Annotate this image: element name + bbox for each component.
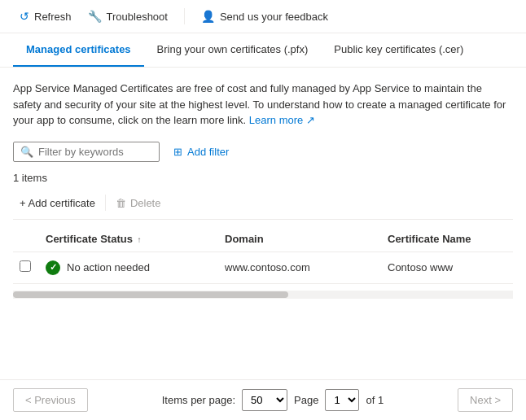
action-bar: + Add certificate 🗑 Delete [13,194,513,220]
row-checkbox[interactable] [20,260,31,272]
delete-icon: 🗑 [116,197,126,209]
filter-input[interactable] [38,146,152,158]
add-filter-button[interactable]: ⊞ Add filter [166,142,236,162]
previous-button[interactable]: < Previous [13,388,88,412]
refresh-label: Refresh [34,11,72,23]
row-certname-cell: Contoso www [381,252,513,283]
row-status-cell: No action needed [39,252,218,283]
troubleshoot-button[interactable]: 🔧 Troubleshoot [81,7,174,26]
status-text: No action needed [67,261,150,273]
refresh-button[interactable]: ↺ Refresh [13,7,78,26]
pagination-center: Items per page: 50 10 20 100 Page 1 of 1 [162,389,384,411]
table-row: No action needed www.contoso.com Contoso… [13,252,513,283]
tab-pfx-certificates[interactable]: Bring your own certificates (.pfx) [144,33,322,67]
add-certificate-button[interactable]: + Add certificate [13,194,102,212]
pagination-bar: < Previous Items per page: 50 10 20 100 … [0,379,526,420]
items-count: 1 items [13,172,513,184]
learn-more-link[interactable]: Learn more ↗ [249,114,315,126]
tab-managed-certificates[interactable]: Managed certificates [13,33,144,67]
refresh-icon: ↺ [20,10,29,23]
row-checkbox-cell [13,252,39,283]
tabs-container: Managed certificates Bring your own cert… [0,33,526,68]
feedback-icon: 👤 [201,10,215,23]
tab-cer-certificates[interactable]: Public key certificates (.cer) [321,33,476,67]
scrollbar-thumb[interactable] [13,291,288,298]
horizontal-scrollbar[interactable] [13,291,513,299]
page-label: Page [294,394,318,406]
toolbar-divider [184,8,185,24]
filter-input-wrap: 🔍 [13,142,160,162]
col-header-domain: Domain [218,226,381,252]
page-select[interactable]: 1 [325,389,359,411]
filter-icon: ⊞ [173,146,182,158]
col-header-checkbox [13,226,39,252]
feedback-button[interactable]: 👤 Send us your feedback [195,7,335,26]
items-per-page-select[interactable]: 50 10 20 100 [242,389,287,411]
main-content: App Service Managed Certificates are fre… [0,68,526,312]
sort-icon: ↑ [138,235,142,244]
feedback-label: Send us your feedback [220,11,328,23]
col-header-status: Certificate Status ↑ [39,226,218,252]
col-header-certname: Certificate Name [381,226,513,252]
filter-row: 🔍 ⊞ Add filter [13,142,513,162]
status-success-icon [46,260,60,275]
search-icon: 🔍 [20,146,33,158]
action-divider [105,195,106,211]
description-text: App Service Managed Certificates are fre… [13,81,513,129]
delete-button[interactable]: 🗑 Delete [109,194,168,212]
toolbar: ↺ Refresh 🔧 Troubleshoot 👤 Send us your … [0,0,526,33]
next-button[interactable]: Next > [458,388,513,412]
row-domain-cell: www.contoso.com [218,252,381,283]
items-per-page-label: Items per page: [162,394,235,406]
troubleshoot-label: Troubleshoot [107,11,168,23]
certificates-table: Certificate Status ↑ Domain Certificate … [13,226,513,284]
of-label: of 1 [366,394,384,406]
troubleshoot-icon: 🔧 [88,10,102,23]
